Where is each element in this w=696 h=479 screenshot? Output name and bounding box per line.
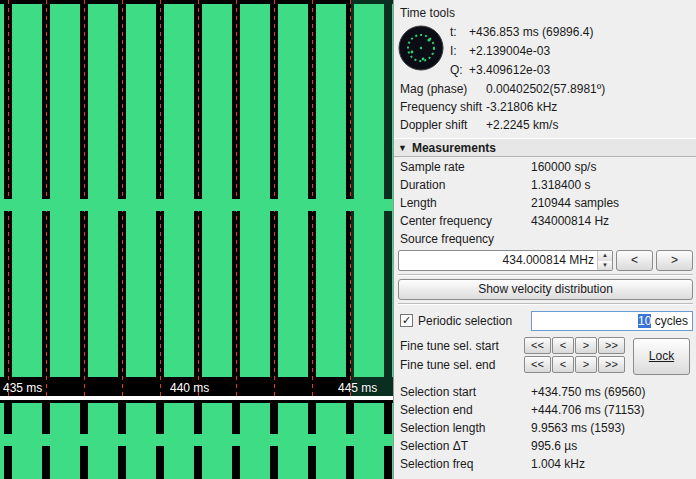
spin-down-icon[interactable]: ▼	[598, 261, 612, 271]
waveform-centerline	[4, 204, 12, 207]
table-row: Center frequency434000814 Hz	[398, 212, 693, 230]
periodic-selection-checkbox[interactable]: ✓	[400, 314, 413, 327]
waveform-centerline	[384, 439, 392, 442]
end-step-forward-fast-button[interactable]: >>	[598, 356, 625, 373]
waveform-burst	[50, 403, 80, 479]
row-label: Selection length	[398, 419, 531, 438]
overview-waveform-strip[interactable]	[0, 400, 393, 479]
cycles-value: 10	[638, 314, 651, 328]
periodic-selection-label: Periodic selection	[418, 314, 512, 328]
row-value: 1.004 kHz	[531, 455, 585, 474]
time-tools-window: 435 ms 440 ms 445 ms Time tools t:+436.8…	[0, 0, 696, 479]
waveform-centerline	[156, 439, 164, 442]
waveform-burst	[0, 403, 4, 479]
main-waveform-view[interactable]: 435 ms 440 ms 445 ms	[0, 0, 393, 396]
selection-marker-line	[198, 0, 199, 396]
table-row: Selection ΔT995.6 µs	[398, 437, 693, 455]
frequency-next-button[interactable]: >	[656, 250, 693, 271]
collapse-arrow-icon: ▼	[398, 140, 407, 157]
start-step-forward-fast-button[interactable]: >>	[598, 337, 625, 354]
selection-marker-line	[84, 0, 85, 396]
row-value: +434.750 ms (69560)	[531, 383, 645, 402]
frequency-shift-value: -3.21806 kHz	[486, 98, 557, 117]
spin-up-icon[interactable]: ▲	[598, 251, 612, 261]
doppler-shift-label: Doppler shift	[398, 116, 486, 135]
t-value: +436.853 ms (69896.4)	[469, 23, 593, 42]
t-label: t:	[448, 23, 469, 42]
row-value: 1.318400 s	[531, 176, 590, 195]
waveform-centerline	[194, 204, 202, 207]
table-row: Source frequency	[398, 230, 693, 248]
waveform-burst	[316, 403, 346, 479]
doppler-shift-value: +2.2245 km/s	[486, 116, 558, 135]
selection-marker-line	[236, 0, 237, 396]
source-frequency-value: 434.000814 MHz	[399, 251, 597, 270]
selection-marker-line	[350, 0, 351, 396]
waveform-burst	[126, 403, 156, 479]
waveform-centerline	[270, 204, 278, 207]
selection-marker-line	[8, 0, 9, 396]
mag-phase-label: Mag (phase)	[398, 80, 486, 99]
row-label: Source frequency	[398, 230, 531, 249]
waveform-burst	[202, 4, 232, 377]
cursor-readout-block: t:+436.853 ms (69896.4) I:+2.139004e-03 …	[398, 23, 693, 80]
time-tools-panel: Time tools t:+436.853 ms (69896.4) I:+2.…	[393, 0, 696, 479]
table-row: Length210944 samples	[398, 194, 693, 212]
waveform-centerline	[42, 204, 50, 207]
fine-tune-start-label: Fine tune sel. start	[398, 339, 524, 353]
end-step-back-fast-button[interactable]: <<	[524, 356, 551, 373]
waveform-burst	[12, 403, 42, 479]
end-step-forward-button[interactable]: >	[575, 356, 597, 373]
end-step-back-button[interactable]: <	[552, 356, 574, 373]
waveform-burst	[88, 4, 118, 377]
row-value: 9.9563 ms (1593)	[531, 419, 625, 438]
waveform-burst	[316, 4, 346, 377]
waveform-pane: 435 ms 440 ms 445 ms	[0, 0, 393, 479]
lock-button[interactable]: Lock	[633, 338, 690, 375]
periodic-selection-row: ✓ Periodic selection 10 cycles	[398, 308, 693, 333]
start-step-back-fast-button[interactable]: <<	[524, 337, 551, 354]
waveform-burst	[12, 4, 42, 377]
mag-phase-value: 0.00402502(57.8981º)	[486, 80, 605, 99]
start-step-forward-button[interactable]: >	[575, 337, 597, 354]
waveform-centerline	[346, 204, 354, 207]
waveform-centerline	[80, 439, 88, 442]
table-row: Selection start+434.750 ms (69560)	[398, 383, 693, 401]
waveform-burst	[126, 4, 156, 377]
selection-marker-line	[274, 0, 275, 396]
waveform-centerline	[232, 439, 240, 442]
waveform-centerline	[118, 204, 126, 207]
row-value: +444.706 ms (71153)	[531, 401, 645, 420]
table-row: Selection end+444.706 ms (71153)	[398, 401, 693, 419]
selection-marker-line	[122, 0, 123, 396]
row-label: Selection freq	[398, 455, 531, 474]
waveform-burst	[202, 403, 232, 479]
row-value: 434000814 Hz	[531, 212, 609, 231]
waveform-centerline	[308, 204, 316, 207]
start-step-back-button[interactable]: <	[552, 337, 574, 354]
source-frequency-spinbox[interactable]: 434.000814 MHz ▲ ▼	[398, 250, 613, 271]
show-velocity-distribution-button[interactable]: Show velocity distribution	[398, 279, 693, 300]
waveform-burst	[164, 403, 194, 479]
waveform-centerline	[194, 439, 202, 442]
cursor-values: t:+436.853 ms (69896.4) I:+2.139004e-03 …	[448, 23, 693, 80]
table-row: Selection length9.9563 ms (1593)	[398, 419, 693, 437]
frequency-prev-button[interactable]: <	[616, 250, 653, 271]
source-frequency-controls: 434.000814 MHz ▲ ▼ < >	[398, 250, 693, 271]
cycles-input[interactable]: 10 cycles	[531, 311, 693, 331]
row-label: Sample rate	[398, 158, 531, 177]
spin-buttons: ▲ ▼	[597, 251, 612, 270]
selection-marker-line	[46, 0, 47, 396]
row-label: Selection end	[398, 401, 531, 420]
row-label: Length	[398, 194, 531, 213]
measurements-section-header[interactable]: ▼ Measurements	[394, 138, 696, 157]
waveform-centerline	[384, 204, 392, 207]
waveform-burst	[354, 4, 384, 377]
selection-marker-line	[312, 0, 313, 396]
waveform-burst	[0, 4, 4, 377]
waveform-centerline	[118, 439, 126, 442]
fine-tune-block: Fine tune sel. start << < > >> Fine tune…	[398, 336, 693, 378]
waveform-centerline	[270, 439, 278, 442]
frequency-shift-label: Frequency shift	[398, 98, 486, 117]
waveform-burst	[278, 4, 308, 377]
